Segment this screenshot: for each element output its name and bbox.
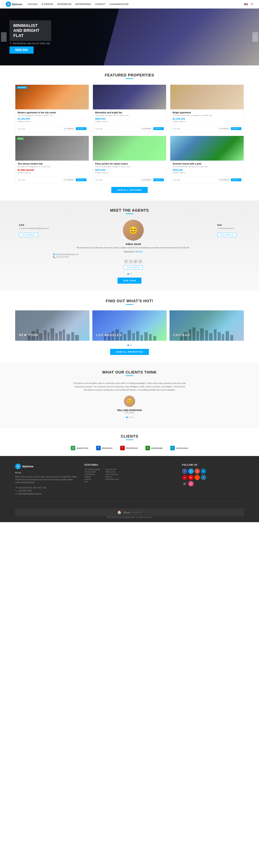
compare-button[interactable]: ⊕ COMPARE [63,127,75,130]
footer-dribbble-button[interactable]: dr [188,481,194,486]
client-logo-themeforest[interactable]: T themeforest [120,446,138,450]
svg-rect-37 [226,331,229,341]
location-icon: 📍 [9,42,12,44]
svg-rect-18 [123,334,126,341]
carousel-dot[interactable] [127,344,129,346]
hot-city-chicago[interactable]: CHICAGO [169,310,244,341]
compare-button[interactable]: ⊕ COMPARE [218,127,230,130]
full-profile-button[interactable]: FULL PROFILE [19,233,38,237]
client-logo-photodune[interactable]: P photodune [96,446,112,450]
full-profile-button[interactable]: FULL PROFILE [217,233,236,237]
footer-github-button[interactable]: gh [182,481,187,486]
property-card: ♡ Summer house with a pole 82-25 Pennant… [170,136,244,183]
clients-logos: G graphicriver P photodune T themeforest… [15,446,244,450]
facebook-icon[interactable]: f [124,259,128,264]
svg-rect-34 [214,329,217,341]
full-profile-button[interactable]: FULL PROFILE [124,265,143,270]
svg-rect-6 [51,329,54,341]
testimonial-dot[interactable] [131,416,133,418]
nav-apropos[interactable]: À PROPOS [42,3,54,5]
property-card: ♡ Minimalist and bright flat 518-520 8th… [93,85,166,132]
details-button[interactable]: DETAILS » [76,127,86,130]
compare-button[interactable]: ⊕ COMPARE [63,178,75,181]
flag-icon[interactable]: 🇫🇷 [245,3,248,6]
testimonial-dot[interactable] [129,416,130,418]
footer-blog-col: 🏠 MyHome BLOG After a line we drove near… [15,464,77,496]
property-wishlist-button[interactable]: ♡ [162,86,165,89]
hero-price-button[interactable]: $850.000 [9,46,34,54]
details-button[interactable]: DETAILS » [231,178,241,181]
featured-title: FEATURED PROPERTIES [15,73,244,78]
our-team-button[interactable]: OUR TEAM [118,278,142,284]
property-time: 3 ans ago [95,179,103,181]
details-button[interactable]: DETAILS » [231,127,241,130]
property-wishlist-button[interactable]: ♡ [85,86,87,89]
nav-contact[interactable]: CONTACT [95,3,106,5]
nav-proprietes[interactable]: PROPRIÉTÉS [57,3,72,5]
compare-button[interactable]: ⊕ COMPARE [140,127,153,130]
property-image: ♡ [170,85,244,110]
property-surface: Surface: 1200 m² [172,172,241,174]
nav-login[interactable]: LOGIN/REGISTER [109,3,129,5]
footer-pinterest-button[interactable]: p [182,475,187,480]
property-name: Minimalist and bright flat [95,111,164,114]
testimonial-dot[interactable] [126,416,128,418]
googleplus-icon[interactable]: g+ [134,259,137,264]
logo-icon: 🏠 [6,2,11,7]
property-actions: ⊕ COMPARE DETAILS » [218,178,241,181]
footer-reddit-button[interactable]: r [195,475,200,480]
property-wishlist-button[interactable]: ♡ [240,137,242,141]
property-wishlist-button[interactable]: ♡ [162,137,165,141]
client-logo-codecanyon[interactable]: C codecanyon [170,446,188,450]
view-all-properties-button[interactable]: VIEW ALL PROPERTIES [110,349,149,355]
details-button[interactable]: DETAILS » [153,127,164,130]
hot-title: FIND OUT WHAT'S HOT! [15,299,244,303]
footer-linkedin-button[interactable]: in [201,468,206,474]
footer-address: 📍 518-520 5th Ave, New York, USA [15,487,77,489]
agent-name: AAA [19,223,49,226]
property-badge: FEATURED [17,86,27,89]
linkedin-icon[interactable]: in [138,259,142,264]
testimonial-section: WHAT OUR CLIENTS THINK This theme is so … [0,363,259,429]
footer-youtube-button[interactable]: ▶ [188,475,194,480]
footer-skype-button[interactable]: s [201,475,206,480]
agent-email: ✉ xdunk@hotmail.h [217,227,240,229]
language-label[interactable]: FR [251,3,253,5]
property-info: Two storey modern flat 65-4 86th Ave, Ri… [15,161,89,177]
twitter-icon[interactable]: t [129,259,133,264]
compare-button[interactable]: ⊕ COMPARE [140,178,153,181]
agent-left-card: AAA ✉ mancour.abdelhamid@gmail.com FULL … [19,220,49,237]
carousel-dot[interactable] [127,273,129,275]
nav-accueil[interactable]: ACCUEIL [28,3,38,5]
property-wishlist-button[interactable]: ♡ [240,86,242,89]
testimonial-avatar: 😊 [124,396,135,407]
details-button[interactable]: DETAILS » [153,178,164,181]
carousel-dot[interactable] [130,344,132,346]
hot-city-losangeles[interactable]: LOS ANGELES [92,310,167,341]
property-address: 518-520 8th Ave, New York, NY 10018, USA [95,115,164,116]
audiojungle-icon: A [145,446,150,450]
hot-city-newyork[interactable]: NEW YORK [15,310,90,341]
website-icon: 🌐 [53,253,55,255]
carousel-dot[interactable] [130,273,132,275]
hero-section: ‹ MINIMALIST AND BRIGHT FLAT 📍 518-520 8… [0,8,259,65]
hero-next-button[interactable]: › [252,32,258,42]
details-button[interactable]: DETAILS » [76,178,86,181]
footer-facebook-button[interactable]: f [182,468,187,474]
logo[interactable]: 🏠 MyHome [6,2,22,7]
property-footer: 3 ans ago ⊕ COMPARE DETAILS » [170,177,244,183]
agent-center-card: 😊 Adam Jarod We down the lane, by the bo… [53,220,214,270]
footer-google-button[interactable]: g [195,468,200,474]
view-all-featured-button[interactable]: VIEW ALL FEATURED [111,187,148,193]
property-time: 3 ans ago [18,179,25,181]
hero-prev-button[interactable]: ‹ [1,32,7,42]
footer-twitter-button[interactable]: t [188,468,194,474]
feature-item: FIREPLACE [105,471,126,473]
property-name: Two storey modern flat [18,162,87,165]
compare-button[interactable]: ⊕ COMPARE [218,178,230,181]
svg-rect-36 [222,334,224,341]
client-logo-graphicriver[interactable]: G graphicriver [71,446,89,450]
client-logo-audiojungle[interactable]: A audiojungle [145,446,163,450]
property-wishlist-button[interactable]: ♡ [85,137,87,141]
nav-entreprises[interactable]: ENTREPRISES [75,3,91,5]
